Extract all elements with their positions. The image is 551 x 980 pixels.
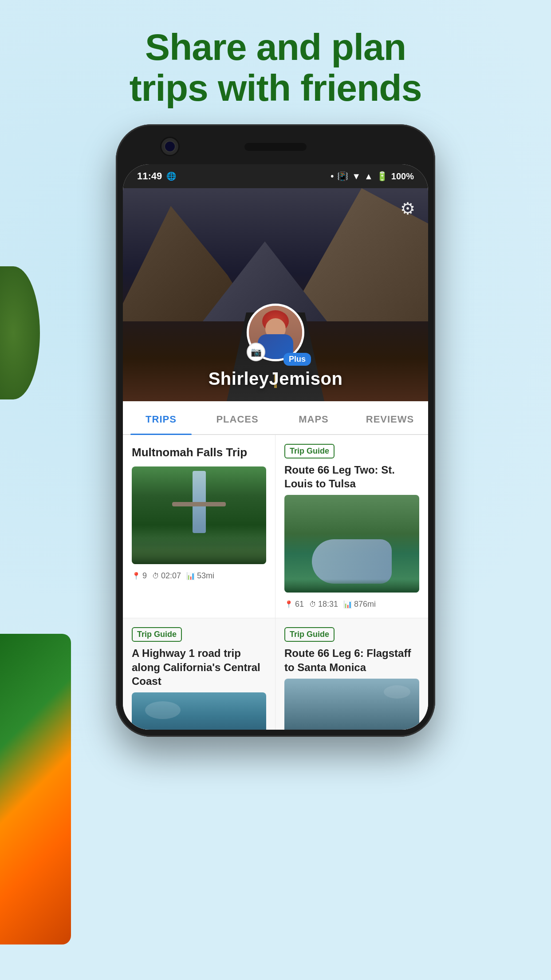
trip-image-multnomah	[132, 466, 266, 564]
avatar-edit-button[interactable]: 📷	[247, 343, 265, 361]
phone-device: 11:49 🌐 • 📳 ▼ ▲ 🔋 100%	[116, 124, 435, 737]
phone-speaker	[244, 143, 307, 151]
trip-flagstaff[interactable]: Trip Guide Route 66 Leg 6: Flagstaff to …	[276, 618, 428, 730]
trip-title-flagstaff: Route 66 Leg 6: Flagstaff to Santa Monic…	[284, 646, 419, 674]
status-right: • 📳 ▼ ▲ 🔋 100%	[331, 171, 414, 182]
status-bar: 11:49 🌐 • 📳 ▼ ▲ 🔋 100%	[123, 164, 428, 188]
phone-body: 11:49 🌐 • 📳 ▼ ▲ 🔋 100%	[116, 124, 435, 737]
trip-image-california	[132, 692, 266, 730]
trip-route66-two[interactable]: Trip Guide Route 66 Leg Two: St. Louis t…	[276, 435, 428, 618]
vibrate-icon: 📳	[337, 171, 348, 182]
tab-trips[interactable]: TRIPS	[123, 401, 199, 434]
plus-badge: Plus	[283, 353, 311, 366]
trip-title-route66-two: Route 66 Leg Two: St. Louis to Tulsa	[284, 463, 419, 490]
trip-image-route66-two	[284, 495, 419, 593]
status-left: 11:49 🌐	[137, 170, 176, 182]
trip-stats-multnomah: 📍 9 ⏱ 02:07 📊 53mi	[132, 571, 266, 581]
decorative-plant	[0, 266, 40, 399]
battery-icon: 🔋	[377, 171, 388, 182]
wifi-icon: ▼	[352, 171, 361, 182]
phone-camera	[160, 137, 180, 156]
phone-screen: 11:49 🌐 • 📳 ▼ ▲ 🔋 100%	[123, 164, 428, 730]
trip-multnomah[interactable]: Multnomah Falls Trip 📍	[123, 435, 276, 618]
trip-title-california: A Highway 1 road trip along California's…	[132, 646, 266, 688]
stat-places-r66: 📍 61	[284, 600, 304, 609]
avatar-container: 📷 Plus	[247, 304, 304, 361]
dot-indicator: •	[331, 171, 334, 182]
content-area: Multnomah Falls Trip 📍	[123, 435, 428, 730]
profile-hero: ⚙	[123, 188, 428, 401]
stat-places: 📍 9	[132, 571, 147, 581]
trip-guide-badge-2: Trip Guide	[132, 627, 182, 642]
tab-maps[interactable]: MAPS	[276, 401, 352, 434]
stat-time-r66: ⏱ 18:31	[309, 600, 338, 609]
trip-guide-badge-3: Trip Guide	[284, 627, 335, 642]
signal-icon: ▲	[364, 171, 373, 182]
stat-distance: 📊 53mi	[186, 571, 214, 581]
clock-icon-r66: ⏱	[309, 601, 316, 609]
page-title: Share and plan trips with friends	[0, 27, 551, 109]
trips-grid: Multnomah Falls Trip 📍	[123, 435, 428, 618]
distance-icon: 📊	[186, 572, 195, 580]
gear-icon: ⚙	[400, 199, 415, 218]
trip-image-flagstaff	[284, 679, 419, 730]
time-display: 11:49	[137, 170, 162, 182]
tab-places[interactable]: PLACES	[199, 401, 276, 434]
camera-icon: 📷	[251, 347, 262, 357]
trip-california[interactable]: Trip Guide A Highway 1 road trip along C…	[123, 618, 276, 730]
bridge-graphic	[172, 502, 226, 506]
decorative-fruits	[0, 634, 71, 944]
stat-time: ⏱ 02:07	[152, 571, 181, 581]
tab-reviews[interactable]: REVIEWS	[352, 401, 428, 434]
battery-percent: 100%	[391, 171, 414, 182]
tab-bar: TRIPS PLACES MAPS REVIEWS	[123, 401, 428, 435]
username-display: ShirleyJemison	[123, 369, 428, 389]
dist-icon-r66: 📊	[343, 600, 352, 609]
trip-guide-badge-1: Trip Guide	[284, 444, 335, 458]
stat-dist-r66: 📊 876mi	[343, 600, 376, 609]
trip-stats-route66-two: 📍 61 ⏱ 18:31 📊 876mi	[284, 600, 419, 609]
trips-bottom-row: Trip Guide A Highway 1 road trip along C…	[123, 618, 428, 730]
pin-icon-r66: 📍	[284, 600, 293, 609]
whale-sculpture	[312, 539, 392, 584]
pin-icon: 📍	[132, 572, 141, 580]
settings-button[interactable]: ⚙	[396, 197, 419, 220]
clock-icon: ⏱	[152, 572, 159, 580]
world-icon: 🌐	[166, 171, 176, 181]
trip-title-multnomah: Multnomah Falls Trip	[132, 446, 266, 459]
